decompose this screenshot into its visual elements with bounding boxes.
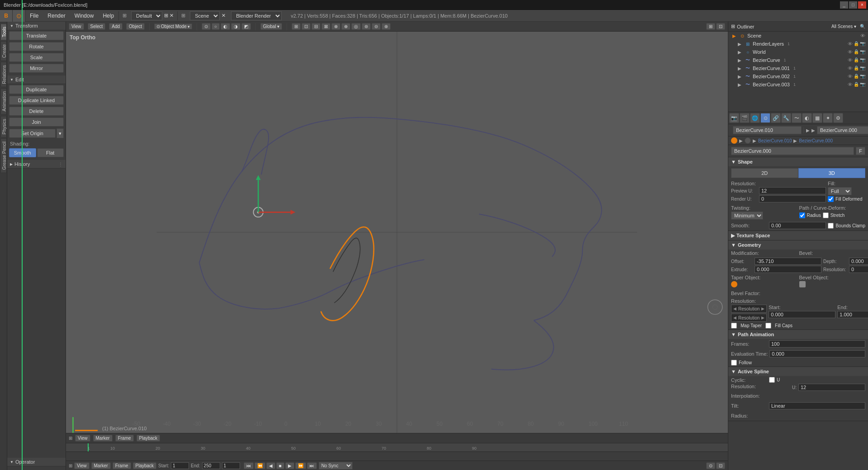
res-bevel-input[interactable] — [849, 266, 868, 273]
viewport-select-btn[interactable]: Select — [88, 23, 106, 30]
outliner-item-world[interactable]: ▶ ○ World 👁 🔒 📷 — [734, 48, 868, 56]
map-taper-check[interactable] — [731, 323, 737, 329]
play-back-btn[interactable]: ◀ — [266, 462, 275, 469]
viewport-view-btn[interactable]: View — [69, 23, 84, 30]
join-button[interactable]: Join — [9, 118, 64, 127]
beziercurve000-link[interactable]: BezierCurve.000 — [799, 138, 832, 143]
shape-2d-btn[interactable]: 2D — [731, 168, 798, 178]
depth-input[interactable] — [849, 258, 868, 265]
object-name-input[interactable] — [733, 126, 802, 134]
play-btn[interactable]: ▶ — [285, 462, 294, 469]
timeline-marker-btn[interactable]: Marker — [93, 435, 113, 442]
stop-btn[interactable]: ■ — [276, 462, 284, 469]
world-eye[interactable]: 👁 — [848, 49, 853, 55]
transform-section-header[interactable]: ▼ Transform — [7, 22, 66, 30]
offset-input[interactable] — [755, 258, 821, 265]
maximize-button[interactable]: □ — [849, 1, 857, 9]
texture-space-header[interactable]: ▶ Texture Space — [728, 231, 868, 240]
tab-relations[interactable]: Relations — [0, 62, 7, 87]
bevel-object-icon[interactable] — [799, 281, 806, 287]
step-fwd-btn[interactable]: ⏩ — [295, 462, 306, 469]
auto-key-btn[interactable]: ⊡ — [716, 462, 725, 469]
close-button[interactable]: × — [858, 1, 866, 9]
prop-tab-scene[interactable]: 🎬 — [740, 113, 750, 123]
tab-tools[interactable]: Tools — [0, 24, 7, 40]
tab-animation[interactable]: Animation — [0, 88, 7, 114]
step-back-btn[interactable]: ⏪ — [255, 462, 265, 469]
vp-icon-5[interactable]: ⊗ — [331, 23, 340, 30]
smooth-input[interactable] — [769, 222, 826, 229]
fill-caps-check[interactable] — [765, 323, 771, 329]
scene-eye-icon[interactable]: 👁 — [860, 33, 865, 38]
start-bevel-input[interactable] — [769, 311, 835, 318]
marker-menu-btn[interactable]: Marker — [91, 462, 111, 469]
layout-selector[interactable]: Default — [131, 11, 162, 20]
render-u-input[interactable] — [759, 195, 826, 202]
timeline-playback-btn[interactable]: Playback — [137, 435, 160, 442]
operator-section-header[interactable]: ▼ Operator — [7, 458, 66, 466]
window-controls[interactable]: _ □ × — [840, 1, 868, 9]
tab-grease-pencil[interactable]: Grease Pencil — [0, 138, 7, 173]
vp-icon-1[interactable]: ⊞ — [292, 23, 301, 30]
bc002-eye[interactable]: 👁 — [848, 74, 853, 79]
translate-button[interactable]: Translate — [9, 31, 64, 40]
eval-time-input[interactable] — [769, 350, 865, 357]
file-menu[interactable]: File — [25, 10, 43, 22]
rotate-button[interactable]: Rotate — [9, 42, 64, 51]
end-bevel-input[interactable] — [837, 311, 868, 318]
prop-tab-physics[interactable]: ⚙ — [833, 113, 843, 123]
duplicate-button[interactable]: Duplicate — [9, 85, 64, 94]
set-origin-dropdown[interactable]: ▾ — [57, 128, 64, 138]
engine-selector[interactable]: Blender Render Cycles Render — [231, 11, 282, 20]
delete-button[interactable]: Delete — [9, 107, 64, 116]
keying-set-btn[interactable]: ⊙ — [706, 462, 715, 469]
end-frame-input[interactable] — [202, 462, 220, 469]
current-frame-input[interactable] — [222, 462, 240, 469]
bc003-eye[interactable]: 👁 — [848, 82, 853, 87]
bc001-eye[interactable]: 👁 — [848, 66, 853, 71]
vp-icon-4[interactable]: ⊠ — [321, 23, 330, 30]
geometry-section-header[interactable]: ▼ Geometry — [728, 240, 868, 249]
render-menu[interactable]: Render — [43, 10, 70, 22]
playback-menu-btn[interactable]: Playback — [133, 462, 157, 469]
prop-tab-modifiers[interactable]: 🔧 — [781, 113, 791, 123]
timeline-frame-btn[interactable]: Frame — [115, 435, 134, 442]
history-section-header[interactable]: ▶ History ⋮ — [7, 160, 66, 169]
radius-check[interactable] — [799, 212, 805, 218]
outliner-item-beziercurve001[interactable]: ▶ 〜 BezierCurve.001 1 👁 🔒 📷 — [734, 64, 868, 72]
view-menu-btn[interactable]: View — [74, 462, 90, 469]
vp-icon-2[interactable]: ⊡ — [302, 23, 311, 30]
extrude-input[interactable] — [755, 266, 821, 273]
prop-tab-constraints[interactable]: 🔗 — [771, 113, 781, 123]
outliner-item-beziercurve003[interactable]: ▶ 〜 BezierCurve.003 1 👁 🔒 📷 — [734, 80, 868, 89]
minimize-button[interactable]: _ — [840, 1, 848, 9]
vp-ctrl-2[interactable]: ○ — [212, 23, 220, 30]
skip-start-btn[interactable]: ⏮ — [244, 462, 254, 469]
cyclic-check[interactable] — [769, 377, 775, 383]
start-frame-input[interactable] — [171, 462, 189, 469]
prop-tab-world[interactable]: 🌐 — [750, 113, 760, 123]
vp-ctrl-4[interactable]: ◑ — [231, 23, 241, 30]
sync-selector[interactable]: No Sync Audio Sync — [319, 462, 353, 470]
vp-ctrl-3[interactable]: ◐ — [221, 23, 230, 30]
curve-data-name-input[interactable] — [731, 147, 854, 155]
set-origin-button[interactable]: Set Origin — [9, 129, 56, 138]
viewport-add-btn[interactable]: Add — [109, 23, 123, 30]
viewport-canvas[interactable]: Top Ortho -50 -40 -30 — [66, 32, 728, 433]
scene-selector[interactable]: Scene — [190, 11, 220, 20]
scale-button[interactable]: Scale — [9, 53, 64, 62]
vp-ctrl-5[interactable]: ◩ — [241, 23, 251, 30]
mode-selector[interactable]: ⊙ Object Mode ▾ — [154, 24, 192, 29]
vp-right-1[interactable]: ⊞ — [706, 23, 715, 30]
vp-right-2[interactable]: ⊡ — [716, 23, 725, 30]
stretch-check[interactable] — [823, 212, 829, 218]
taper-object-icon[interactable] — [731, 281, 737, 287]
window-menu[interactable]: Window — [70, 10, 99, 22]
viewport-object-btn[interactable]: Object — [126, 23, 145, 30]
u-val-input[interactable] — [798, 384, 865, 391]
preview-u-input[interactable] — [759, 187, 826, 194]
bounds-clamp-check[interactable] — [828, 223, 834, 229]
edit-section-header[interactable]: ▼ Edit — [7, 75, 66, 84]
follow-check[interactable] — [731, 360, 737, 366]
mirror-button[interactable]: Mirror — [9, 64, 64, 73]
